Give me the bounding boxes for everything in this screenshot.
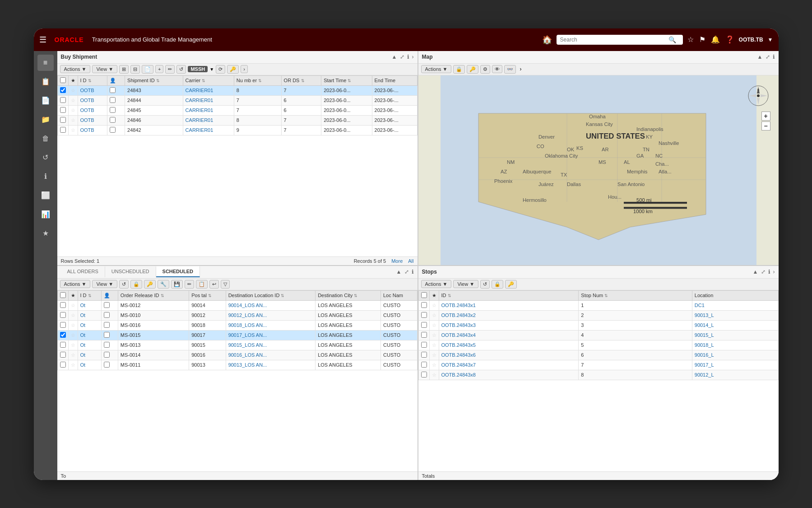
row-location-cell[interactable]: 90018_L xyxy=(692,340,778,350)
row-stop-id-cell[interactable]: OOTB.24843x2 xyxy=(439,310,579,320)
orders-copy-icon[interactable]: 📋 xyxy=(196,280,208,289)
info-icon[interactable]: ℹ xyxy=(407,54,409,60)
reload-icon[interactable]: ⟳ xyxy=(216,65,225,74)
row-checkbox-cell[interactable] xyxy=(57,320,68,330)
stops-col-stop-num[interactable]: Stop Num ⇅ xyxy=(579,290,692,300)
key-icon[interactable]: 🔑 xyxy=(227,65,239,74)
bell-icon[interactable]: 🔔 xyxy=(711,35,720,44)
orders-wrench-icon[interactable]: 🔧 xyxy=(158,280,169,289)
orders-key-icon[interactable]: 🔑 xyxy=(144,280,156,289)
mssh-badge[interactable]: MSSH xyxy=(188,66,208,72)
star-icon[interactable]: ☆ xyxy=(687,35,694,44)
orders-actions-button[interactable]: Actions ▼ xyxy=(60,280,91,288)
orders-undo-icon[interactable]: ↩ xyxy=(209,280,219,289)
chevron-right-icon[interactable]: › xyxy=(412,54,414,60)
row-carrier-cell[interactable]: CARRIER01 xyxy=(183,115,234,125)
row-star-cell[interactable]: ☆ xyxy=(68,310,78,320)
row-dest-loc-cell[interactable]: 90014_LOS AN... xyxy=(226,300,316,310)
row-star-cell[interactable]: ☆ xyxy=(68,360,78,370)
row-id-cell[interactable]: Ot xyxy=(78,310,102,320)
stops-refresh-icon[interactable]: ↺ xyxy=(480,280,490,289)
row-id-cell[interactable]: OOTB xyxy=(78,85,107,95)
col-shipment-id[interactable]: Shipment ID ⇅ xyxy=(125,75,183,85)
row-location-cell[interactable]: 90013_L xyxy=(692,310,778,320)
row-carrier-cell[interactable]: CARRIER01 xyxy=(183,125,234,135)
row-star-cell[interactable]: ☆ xyxy=(429,320,439,330)
edit-icon[interactable]: ✏ xyxy=(165,65,175,74)
flag-icon[interactable]: ⚑ xyxy=(699,35,705,44)
row-checkbox-cell[interactable] xyxy=(57,85,68,95)
col-carrier[interactable]: Carrier ⇅ xyxy=(183,75,234,85)
tab-all-orders[interactable]: ALL ORDERS xyxy=(61,266,105,277)
orders-col-order-id[interactable]: Order Release ID ⇅ xyxy=(118,290,189,300)
row-stop-id-cell[interactable]: OOTB.24843x5 xyxy=(439,340,579,350)
row-checkbox-cell[interactable] xyxy=(418,320,429,330)
row-star-cell[interactable]: ☆ xyxy=(429,360,439,370)
row-checkbox-cell[interactable] xyxy=(57,115,68,125)
row-star-cell[interactable]: ☆ xyxy=(429,310,439,320)
expand-up-icon[interactable]: ▲ xyxy=(392,54,397,60)
zoom-out-button[interactable]: − xyxy=(761,121,770,130)
orders-save-icon[interactable]: 💾 xyxy=(171,280,183,289)
map-key-icon[interactable]: 🔑 xyxy=(467,65,478,74)
hamburger-icon[interactable]: ☰ xyxy=(39,35,46,45)
orders-col-select[interactable] xyxy=(57,290,68,300)
row-carrier-cell[interactable]: CARRIER01 xyxy=(183,105,234,115)
more-icon[interactable]: › xyxy=(241,65,248,73)
row-stop-id-cell[interactable]: OOTB.24843x1 xyxy=(439,300,579,310)
orders-col-postal[interactable]: Pos tal ⇅ xyxy=(189,290,226,300)
orders-col-dest-loc[interactable]: Destination Location ID ⇅ xyxy=(226,290,316,300)
stops-chevron-icon[interactable]: › xyxy=(773,269,775,275)
buy-shipment-view-button[interactable]: View ▼ xyxy=(92,65,117,73)
sidebar-item-refresh[interactable]: ↺ xyxy=(37,149,54,166)
row-location-cell[interactable]: 90015_L xyxy=(692,330,778,340)
tab-scheduled[interactable]: SCHEDULED xyxy=(156,266,200,277)
row-checkbox-cell[interactable] xyxy=(418,310,429,320)
row-star-cell[interactable]: ☆ xyxy=(68,320,78,330)
row-star-cell[interactable]: ☆ xyxy=(429,300,439,310)
row-stop-id-cell[interactable]: OOTB.24843x6 xyxy=(439,350,579,360)
map-more-icon[interactable]: › xyxy=(520,66,521,72)
all-link[interactable]: All xyxy=(408,258,413,264)
sidebar-item-grid[interactable]: ⬜ xyxy=(37,187,54,204)
stops-lock-icon[interactable]: 🔒 xyxy=(492,280,503,289)
row-star-cell[interactable]: ☆ xyxy=(429,340,439,350)
stops-info-icon[interactable]: ℹ xyxy=(768,269,770,275)
user-chevron-icon[interactable]: ▼ xyxy=(768,37,773,43)
search-icon[interactable]: 🔍 xyxy=(668,36,676,43)
add-icon[interactable]: + xyxy=(155,65,163,73)
row-location-cell[interactable]: 90016_L xyxy=(692,350,778,360)
orders-refresh-icon[interactable]: ↺ xyxy=(119,280,129,289)
stops-view-button[interactable]: View ▼ xyxy=(453,280,478,288)
stops-actions-button[interactable]: Actions ▼ xyxy=(421,280,452,288)
row-stop-id-cell[interactable]: OOTB.24843x3 xyxy=(439,320,579,330)
orders-view-button[interactable]: View ▼ xyxy=(92,280,117,288)
row-dest-loc-cell[interactable]: 90016_LOS AN... xyxy=(226,350,316,360)
col-id[interactable]: I D ⇅ xyxy=(78,75,107,85)
stops-key-icon[interactable]: 🔑 xyxy=(505,280,517,289)
popout-icon[interactable]: ⤢ xyxy=(400,54,404,60)
map-glasses-icon[interactable]: 👓 xyxy=(504,65,516,74)
row-id-cell[interactable]: Ot xyxy=(78,340,102,350)
row-id-cell[interactable]: Ot xyxy=(78,330,102,340)
row-checkbox-cell[interactable] xyxy=(418,330,429,340)
row-checkbox-cell[interactable] xyxy=(418,360,429,370)
row-id-cell[interactable]: Ot xyxy=(78,360,102,370)
stops-expand-icon[interactable]: ▲ xyxy=(753,269,758,275)
export-icon[interactable]: 📄 xyxy=(142,65,153,74)
group-icon[interactable]: ⊟ xyxy=(130,65,140,74)
row-id-cell[interactable]: Ot xyxy=(78,320,102,330)
row-checkbox-cell[interactable] xyxy=(57,125,68,135)
row-id-cell[interactable]: OOTB xyxy=(78,95,107,105)
row-location-cell[interactable]: DC1 xyxy=(692,300,778,310)
row-dest-loc-cell[interactable]: 90015_LOS AN... xyxy=(226,340,316,350)
row-stop-id-cell[interactable]: OOTB.24843x8 xyxy=(439,370,579,380)
sidebar-item-reports[interactable]: 📊 xyxy=(37,206,54,223)
row-checkbox-cell[interactable] xyxy=(418,300,429,310)
map-expand-icon[interactable]: ▲ xyxy=(757,54,763,60)
row-dest-loc-cell[interactable]: 90017_LOS AN... xyxy=(226,330,316,340)
orders-lock-icon[interactable]: 🔒 xyxy=(130,280,142,289)
map-display[interactable]: UNITED STATES AZ NM Phoenix Albuquerque … xyxy=(418,75,779,265)
row-star-cell[interactable]: ☆ xyxy=(429,330,439,340)
sidebar-item-info[interactable]: ℹ xyxy=(37,168,54,185)
